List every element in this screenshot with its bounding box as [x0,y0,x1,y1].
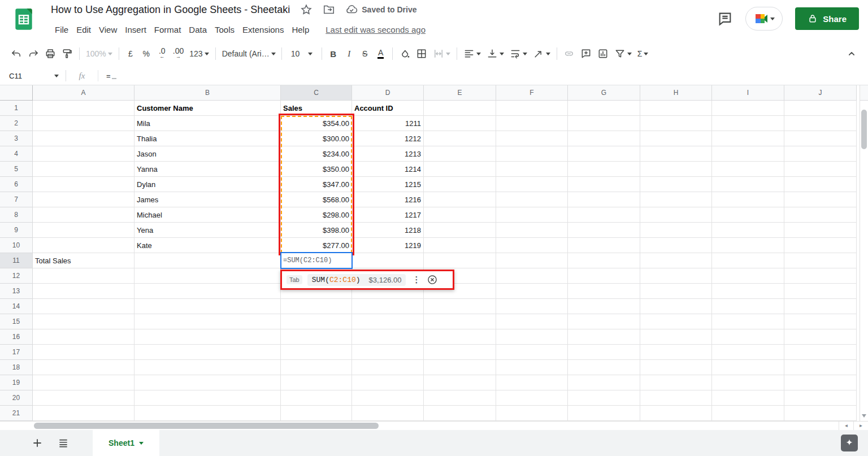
cell-H5[interactable] [640,162,712,177]
cell-D20[interactable] [352,390,424,406]
cell-G10[interactable] [568,238,640,253]
cell-I1[interactable] [712,101,784,116]
row-header-7[interactable]: 7 [0,192,33,207]
font-select[interactable]: Default (Ari… [219,45,278,62]
cell-F1[interactable] [496,101,568,116]
formula-input[interactable]: = [98,72,116,80]
row-header-3[interactable]: 3 [0,131,33,146]
column-header-B[interactable]: B [134,85,281,101]
cell-H8[interactable] [640,207,712,223]
cell-J16[interactable] [784,329,857,345]
cell-B13[interactable] [134,284,281,299]
cell-F9[interactable] [496,223,568,238]
cell-H21[interactable] [640,406,712,421]
insert-chart-icon[interactable] [594,45,611,62]
cell-G2[interactable] [568,116,640,131]
cell-D9[interactable]: 1218 [352,223,424,238]
cell-D21[interactable] [352,406,424,421]
cell-G17[interactable] [568,345,640,360]
cell-E19[interactable] [424,375,496,390]
menu-item-tools[interactable]: Tools [211,23,238,36]
cell-C18[interactable] [281,360,352,375]
cell-F7[interactable] [496,192,568,207]
cell-C9[interactable]: $398.00 [281,223,352,238]
cell-C7[interactable]: $568.00 [281,192,352,207]
cell-F12[interactable] [496,268,568,284]
cell-B1[interactable]: Customer Name [134,101,281,116]
cell-A8[interactable] [33,207,134,223]
sheet-tab-menu-caret[interactable] [139,442,144,447]
cell-H10[interactable] [640,238,712,253]
cell-I13[interactable] [712,284,784,299]
cell-G21[interactable] [568,406,640,421]
cell-J17[interactable] [784,345,857,360]
cell-E3[interactable] [424,131,496,146]
row-header-18[interactable]: 18 [0,360,33,375]
format-percent-button[interactable]: % [138,45,154,62]
cell-H16[interactable] [640,329,712,345]
cell-I2[interactable] [712,116,784,131]
fill-color-icon[interactable] [396,45,413,62]
cell-I7[interactable] [712,192,784,207]
meet-button[interactable] [745,7,783,31]
cell-J18[interactable] [784,360,857,375]
cell-C5[interactable]: $350.00 [281,162,352,177]
name-box[interactable]: C11 [0,72,66,80]
row-header-6[interactable]: 6 [0,177,33,192]
column-header-F[interactable]: F [496,85,568,101]
cell-J10[interactable] [784,238,857,253]
cell-B5[interactable]: Yanna [134,162,281,177]
menu-item-file[interactable]: File [51,23,72,36]
cell-C4[interactable]: $234.00 [281,146,352,162]
cell-B9[interactable]: Yena [134,223,281,238]
cell-G11[interactable] [568,253,640,268]
cell-B8[interactable]: Michael [134,207,281,223]
cell-C10[interactable]: $277.00 [281,238,352,253]
horizontal-align-icon[interactable] [461,45,484,62]
format-currency-button[interactable]: £ [123,45,138,62]
cell-E10[interactable] [424,238,496,253]
cell-D7[interactable]: 1216 [352,192,424,207]
cell-E11[interactable] [424,253,496,268]
cell-F3[interactable] [496,131,568,146]
cell-G12[interactable] [568,268,640,284]
cell-A14[interactable] [33,299,134,314]
text-wrap-icon[interactable] [507,45,530,62]
cell-B17[interactable] [134,345,281,360]
cell-G5[interactable] [568,162,640,177]
vertical-scrollbar-thumb[interactable] [861,110,867,149]
cell-H18[interactable] [640,360,712,375]
sheet-tab-sheet1[interactable]: Sheet1 [93,430,159,456]
cell-B7[interactable]: James [134,192,281,207]
document-title[interactable]: How to Use Aggregation in Google Sheets … [51,4,290,16]
column-header-I[interactable]: I [712,85,784,101]
cell-J2[interactable] [784,116,857,131]
font-size-select[interactable]: 10 [285,45,318,62]
horizontal-scrollbar[interactable]: ◄ ► [0,421,868,430]
row-header-9[interactable]: 9 [0,223,33,238]
cell-B11[interactable] [134,253,281,268]
cell-B3[interactable]: Thalia [134,131,281,146]
cell-F21[interactable] [496,406,568,421]
scroll-left-arrow-icon[interactable]: ◄ [839,422,853,430]
cell-I11[interactable] [712,253,784,268]
cell-A10[interactable] [33,238,134,253]
cell-J14[interactable] [784,299,857,314]
cell-D14[interactable] [352,299,424,314]
row-header-11[interactable]: 11 [0,253,33,268]
cell-G8[interactable] [568,207,640,223]
cell-H20[interactable] [640,390,712,406]
cell-H19[interactable] [640,375,712,390]
cell-D18[interactable] [352,360,424,375]
cell-G13[interactable] [568,284,640,299]
cell-I3[interactable] [712,131,784,146]
column-header-D[interactable]: D [352,85,424,101]
cell-A4[interactable] [33,146,134,162]
saved-status[interactable]: Saved to Drive [345,3,416,16]
bold-button[interactable]: B [326,45,341,62]
cell-G19[interactable] [568,375,640,390]
cell-H7[interactable] [640,192,712,207]
cell-A11[interactable]: Total Sales [33,253,134,268]
cell-I4[interactable] [712,146,784,162]
cell-J3[interactable] [784,131,857,146]
